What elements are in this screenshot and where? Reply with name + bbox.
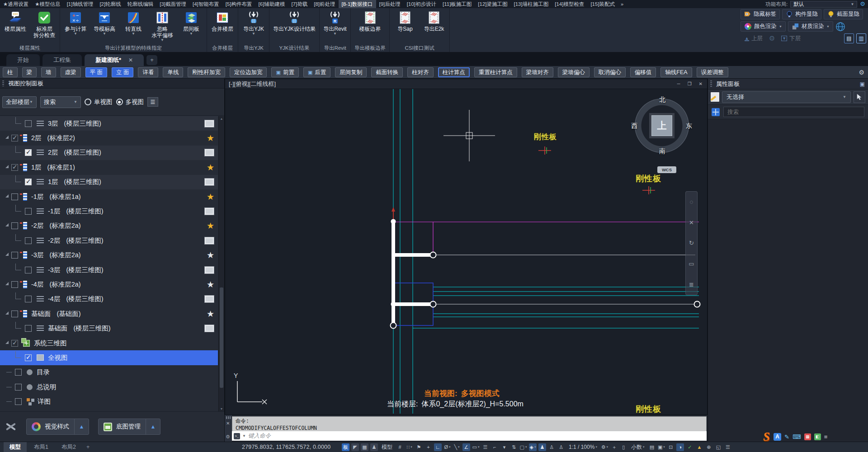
expander-icon[interactable] [5, 341, 9, 344]
viewport[interactable]: [-][俯视][二维线框] ─ ❐ ✕ [225, 79, 708, 415]
menu-item[interactable]: 轮廓线编辑 [124, 0, 157, 8]
row-favorite-icon[interactable] [204, 178, 214, 187]
visibility-checkbox[interactable] [11, 164, 18, 171]
upper-floor-button[interactable]: ▲上层 [741, 34, 767, 43]
visibility-checkbox[interactable] [11, 340, 18, 347]
doc-list-button[interactable]: ▥ [856, 33, 866, 43]
expander-icon[interactable] [5, 165, 9, 168]
close-icon[interactable]: ✕ [128, 57, 133, 63]
floor-props-button[interactable]: 楼层属性 [4, 9, 27, 44]
visibility-checkbox[interactable] [25, 354, 32, 361]
tree-row[interactable]: 基础面 (基础面) [0, 306, 218, 321]
tree-row[interactable]: 总说明 [0, 380, 218, 394]
menu-item[interactable]: ★通用设置 [0, 0, 32, 8]
gizmo-icon[interactable]: ◈ [529, 443, 537, 451]
fullscreen-icon[interactable]: ◱ [714, 443, 722, 451]
scroll-up-icon[interactable]: ▲ [220, 117, 223, 120]
tree-row[interactable]: -4层 (标准层2a) [0, 277, 218, 292]
menu-overflow-icon[interactable]: » [618, 1, 626, 7]
visibility-checkbox[interactable] [25, 237, 32, 244]
toolbar-button[interactable]: 前置 [271, 67, 298, 77]
menu-item[interactable]: [8-1]数据接口 [339, 0, 376, 8]
hide-labels-button[interactable]: 隐藏标签 [741, 9, 780, 19]
visibility-checkbox[interactable] [11, 252, 18, 259]
scrollbar-thumb[interactable] [220, 287, 223, 388]
person-icon[interactable]: ♟ [370, 443, 378, 451]
grid-display-icon[interactable]: # [396, 443, 404, 451]
lower-floor-button[interactable]: ▼下层 [777, 34, 805, 43]
clean-screen-icon[interactable]: ⊡ [667, 443, 675, 451]
expander-icon[interactable] [5, 194, 9, 198]
gear-icon[interactable]: ⚙ [769, 34, 775, 42]
toolbar-button[interactable]: 详看 [138, 67, 158, 77]
workspace-check-icon[interactable]: ✓ [686, 443, 693, 451]
tree-row[interactable]: 系统三维图 [0, 336, 218, 350]
panel-title-bar[interactable]: 视图控制面板 [0, 79, 224, 89]
row-favorite-icon[interactable] [204, 119, 214, 128]
visibility-checkbox[interactable] [25, 267, 32, 273]
tab-project-set[interactable]: 工程集 [42, 54, 82, 66]
view-options-button[interactable]: ☰ [147, 97, 158, 107]
image-frame-icon[interactable]: ▦ [361, 443, 368, 451]
toolbar-button[interactable]: 轴线FEA [660, 67, 692, 77]
command-input[interactable]: >_ ▼ 键入命令 [232, 431, 707, 441]
single-view-radio[interactable]: 单视图 [85, 98, 113, 106]
menu-item[interactable]: [15]装配式 [587, 0, 618, 8]
layout2-tab[interactable]: 布局2 [56, 442, 82, 452]
lineweight-icon[interactable]: ☰ [481, 443, 489, 451]
tree-list-button[interactable]: ▤ [844, 33, 854, 43]
ruler-icon[interactable]: ▯ [620, 443, 627, 451]
toolbar-button[interactable]: 后置 [303, 67, 330, 77]
close-icon[interactable]: ✕ [226, 421, 230, 426]
chevron-down-icon[interactable]: ▼ [242, 434, 246, 438]
visibility-checkbox[interactable] [11, 311, 18, 317]
close-icon[interactable]: ✕ [689, 219, 694, 226]
merge-floors-button[interactable]: 合并楼层 [211, 9, 234, 44]
orbit-icon[interactable]: ◌ [690, 198, 693, 205]
menu-item[interactable]: [9]后处理 [376, 0, 404, 8]
menu-item[interactable]: [6]辅助建模 [255, 0, 288, 8]
expander-icon[interactable] [5, 253, 9, 256]
window-icon[interactable]: ▭ [689, 260, 694, 267]
add-tab-button[interactable]: + [146, 55, 157, 65]
isolate-icon[interactable]: ⌐ [491, 443, 499, 451]
row-favorite-icon[interactable] [204, 265, 214, 274]
toolbar-button[interactable]: 截面转换 [371, 67, 403, 77]
wrench-icon[interactable]: ⚙ [226, 434, 230, 440]
select-cursor-icon[interactable]: ◤ [351, 443, 359, 451]
close-icon[interactable]: ✕ [699, 81, 703, 86]
expander-icon[interactable] [5, 311, 9, 315]
render-quick-icon[interactable]: ◑ [676, 443, 684, 451]
selection-effect-icon[interactable]: ▢ [519, 443, 527, 451]
minimize-icon[interactable]: ─ [677, 81, 680, 86]
toolbar-button[interactable]: 偏移值 [630, 67, 656, 77]
slab-display-icon[interactable]: 板 [342, 443, 349, 451]
annotation-add-icon[interactable]: ♙ [557, 443, 565, 451]
menu-item[interactable]: [13]墙柱施工图 [511, 0, 552, 8]
compass-west[interactable]: 西 [631, 122, 637, 130]
export-revit-button[interactable]: R 导出Revit▼ [323, 9, 347, 44]
pick-object-button[interactable] [854, 91, 865, 103]
ime-menu-icon[interactable]: ≡ [824, 433, 828, 440]
visibility-checkbox[interactable] [11, 135, 18, 141]
tree-row[interactable]: 目录 [0, 365, 218, 380]
to-straight-line-button[interactable]: 转直线▼ [122, 9, 145, 44]
expander-icon[interactable] [5, 136, 9, 139]
toolbar-button[interactable]: 平 面 [85, 67, 107, 77]
tree-scrollbar[interactable]: ▲▼ [218, 116, 224, 411]
export-elevation-button[interactable]: 导模标高▼ [93, 9, 116, 44]
element-visibility-button[interactable]: 构件显隐 [782, 9, 821, 19]
viewport-label[interactable]: [-][俯视][二维线框] [229, 80, 276, 88]
menu-item[interactable]: [11]板施工图 [439, 0, 475, 8]
refresh-icon[interactable]: ↻ [689, 240, 694, 246]
expand-up-icon[interactable]: ▲ [146, 419, 160, 434]
skin-icon[interactable]: ◧ [814, 433, 821, 440]
flag-icon[interactable]: ⚑ [415, 443, 423, 451]
row-favorite-icon[interactable] [207, 250, 214, 260]
visibility-checkbox[interactable] [15, 398, 22, 405]
visual-style-button[interactable]: 视觉样式 ▲ [26, 419, 89, 435]
multi-view-radio[interactable]: 多视图 [116, 98, 144, 106]
tree-row[interactable]: 详图 [0, 394, 218, 409]
tree-row[interactable]: 1层 (标准层1) [0, 160, 218, 174]
annotation-visibility-icon[interactable]: ♟ [538, 443, 546, 451]
